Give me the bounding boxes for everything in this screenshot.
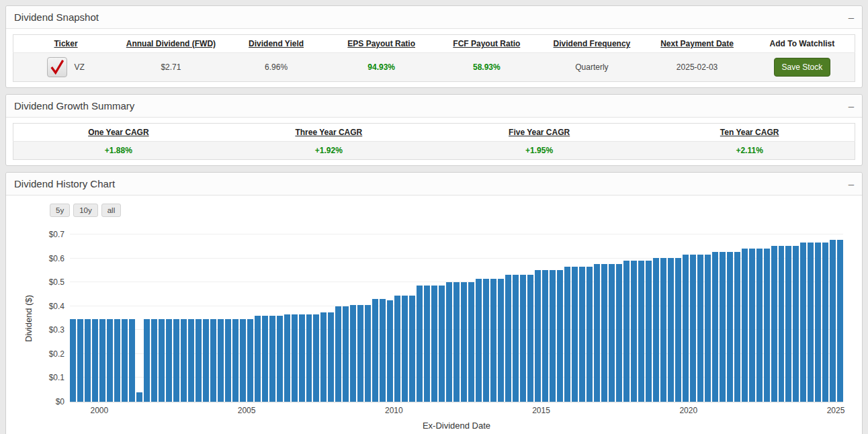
dividend-bar[interactable]: [365, 305, 371, 402]
range-all-button[interactable]: all: [101, 204, 122, 217]
dividend-bar[interactable]: [785, 246, 791, 402]
dividend-bar[interactable]: [594, 264, 600, 402]
dividend-bar[interactable]: [587, 267, 593, 402]
dividend-bar[interactable]: [247, 319, 253, 402]
dividend-bar[interactable]: [306, 314, 312, 402]
dividend-bar[interactable]: [609, 264, 615, 402]
dividend-bar[interactable]: [240, 319, 246, 402]
column-header-three-year-cagr[interactable]: Three Year CAGR: [224, 124, 434, 142]
dividend-bar[interactable]: [99, 319, 105, 402]
dividend-bar[interactable]: [372, 299, 378, 402]
column-header-dividend-frequency[interactable]: Dividend Frequency: [539, 35, 645, 53]
dividend-bar[interactable]: [284, 314, 290, 402]
dividend-bar[interactable]: [668, 258, 674, 402]
dividend-bar[interactable]: [646, 261, 652, 402]
dividend-bar[interactable]: [166, 319, 172, 402]
column-header-annual-dividend[interactable]: Annual Dividend (FWD): [118, 35, 224, 53]
dividend-bar[interactable]: [188, 319, 194, 402]
dividend-bar[interactable]: [756, 249, 763, 402]
dividend-bar[interactable]: [335, 306, 341, 402]
dividend-bar[interactable]: [483, 279, 489, 402]
dividend-bar[interactable]: [387, 300, 393, 402]
dividend-bar[interactable]: [114, 319, 120, 402]
column-header-five-year-cagr[interactable]: Five Year CAGR: [434, 124, 644, 142]
dividend-bar[interactable]: [822, 243, 828, 402]
dividend-bar[interactable]: [837, 240, 843, 402]
dividend-bar[interactable]: [122, 319, 128, 402]
dividend-bar[interactable]: [225, 319, 231, 402]
dividend-bar[interactable]: [764, 249, 770, 402]
dividend-bar[interactable]: [196, 319, 202, 402]
dividend-bar[interactable]: [181, 319, 187, 402]
dividend-bar[interactable]: [779, 246, 785, 402]
dividend-bar[interactable]: [572, 267, 578, 402]
dividend-bar[interactable]: [564, 267, 570, 402]
dividend-bar[interactable]: [461, 282, 467, 402]
dividend-bar[interactable]: [255, 316, 261, 402]
dividend-bar[interactable]: [683, 255, 689, 402]
dividend-bar[interactable]: [328, 312, 334, 402]
dividend-bar[interactable]: [136, 392, 142, 402]
dividend-bar[interactable]: [720, 252, 726, 402]
dividend-bar[interactable]: [800, 243, 806, 402]
dividend-bar[interactable]: [830, 240, 836, 402]
column-header-fcf-payout-ratio[interactable]: FCF Payout Ratio: [434, 35, 539, 53]
dividend-bar[interactable]: [277, 316, 283, 402]
dividend-bar[interactable]: [638, 261, 644, 402]
dividend-bar[interactable]: [712, 252, 718, 402]
dividend-bar[interactable]: [218, 319, 224, 402]
collapse-button[interactable]: –: [849, 179, 854, 189]
dividend-bar[interactable]: [144, 319, 150, 402]
dividend-bar[interactable]: [705, 255, 711, 402]
dividend-bar[interactable]: [498, 279, 504, 402]
column-header-ten-year-cagr[interactable]: Ten Year CAGR: [644, 124, 855, 142]
dividend-bar[interactable]: [350, 305, 356, 402]
dividend-bar[interactable]: [439, 286, 445, 402]
dividend-bar[interactable]: [77, 319, 83, 402]
dividend-bar[interactable]: [409, 296, 415, 402]
dividend-bar[interactable]: [107, 319, 113, 402]
collapse-button[interactable]: –: [849, 101, 854, 111]
dividend-bar[interactable]: [453, 282, 460, 402]
dividend-bar[interactable]: [808, 243, 814, 402]
dividend-bar[interactable]: [631, 261, 637, 402]
range-10y-button[interactable]: 10y: [73, 204, 98, 217]
collapse-button[interactable]: –: [849, 12, 854, 22]
dividend-bar[interactable]: [535, 270, 541, 402]
dividend-bar[interactable]: [527, 275, 533, 402]
dividend-bar[interactable]: [402, 296, 408, 402]
dividend-bar[interactable]: [210, 319, 216, 402]
dividend-bar[interactable]: [476, 279, 482, 402]
dividend-bar[interactable]: [771, 246, 777, 402]
dividend-bar[interactable]: [357, 305, 363, 402]
dividend-bar[interactable]: [505, 275, 511, 402]
dividend-bar[interactable]: [468, 282, 474, 402]
dividend-bar[interactable]: [734, 252, 740, 402]
column-header-eps-payout-ratio[interactable]: EPS Payout Ratio: [329, 35, 434, 53]
column-header-next-payment-date[interactable]: Next Payment Date: [644, 35, 750, 53]
dividend-bar[interactable]: [85, 319, 91, 402]
dividend-bar[interactable]: [542, 270, 548, 402]
dividend-bar[interactable]: [417, 286, 423, 402]
dividend-bar[interactable]: [815, 243, 821, 402]
dividend-bar[interactable]: [653, 258, 659, 402]
dividend-bar[interactable]: [431, 286, 437, 402]
range-5y-button[interactable]: 5y: [50, 204, 70, 217]
dividend-bar[interactable]: [579, 267, 585, 402]
dividend-bar[interactable]: [616, 264, 622, 402]
dividend-bar[interactable]: [343, 306, 349, 402]
dividend-bar[interactable]: [159, 319, 165, 402]
dividend-bar[interactable]: [232, 319, 238, 402]
dividend-bar[interactable]: [550, 270, 556, 402]
dividend-bar[interactable]: [742, 249, 748, 402]
dividend-bar[interactable]: [262, 316, 268, 402]
dividend-bar[interactable]: [299, 314, 305, 402]
dividend-bar[interactable]: [520, 275, 526, 402]
dividend-bar[interactable]: [151, 319, 157, 402]
dividend-bar[interactable]: [793, 246, 799, 402]
dividend-bar[interactable]: [749, 249, 755, 402]
dividend-bar[interactable]: [601, 264, 607, 402]
dividend-bar[interactable]: [320, 312, 327, 402]
save-stock-button[interactable]: Save Stock: [774, 58, 831, 77]
dividend-bar[interactable]: [727, 252, 733, 402]
